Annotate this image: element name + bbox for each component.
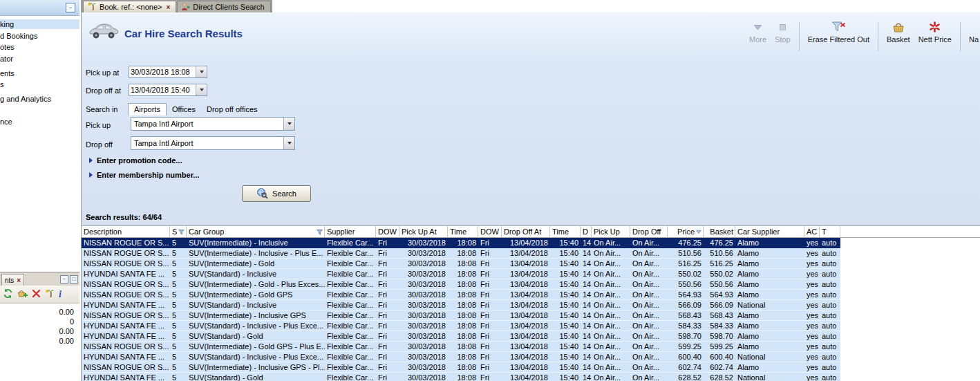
result-row[interactable]: HYUNDAI SANTA FE ...5SUV(Standard) - Inc… bbox=[82, 321, 840, 331]
sidebar-item[interactable]: d Bookings bbox=[0, 31, 79, 41]
cell-pick_up: On Air... bbox=[592, 342, 630, 351]
result-row[interactable]: HYUNDAI SANTA FE ...5SUV(Standard) - Gol… bbox=[82, 373, 840, 381]
info-icon[interactable]: i bbox=[59, 290, 62, 299]
cell-pick_up_time: 18:08 bbox=[448, 373, 478, 381]
sidebar-item[interactable]: g and Analytics bbox=[0, 94, 79, 104]
pickup-label: Pick up bbox=[86, 120, 111, 130]
cell-seats: 5 bbox=[170, 259, 187, 268]
bottom-panel-tab[interactable]: nts × bbox=[1, 274, 24, 286]
column-header-pick_up_time[interactable]: Time bbox=[448, 226, 478, 238]
chevron-down-icon[interactable] bbox=[196, 84, 207, 95]
search-button[interactable]: Search bbox=[242, 185, 311, 202]
column-header-seats[interactable]: S bbox=[170, 226, 187, 238]
tab-drop-off-offices[interactable]: Drop off offices bbox=[201, 104, 263, 115]
column-header-dow_pickup[interactable]: DOW bbox=[376, 226, 399, 238]
sidebar-item[interactable]: nce bbox=[0, 117, 79, 127]
bottom-panel-tabstrip: nts × − □ bbox=[0, 272, 79, 286]
column-header-dow_dropoff[interactable]: DOW bbox=[478, 226, 502, 238]
column-header-drop_off_time[interactable]: Time bbox=[550, 226, 581, 238]
column-header-days[interactable]: D bbox=[581, 226, 592, 238]
result-row[interactable]: NISSAN ROGUE OR S...5SUV(Intermediate) -… bbox=[82, 248, 840, 259]
cell-car_supplier: Alamo bbox=[735, 290, 804, 299]
cell-car_group: SUV(Standard) - Inclusive bbox=[187, 269, 325, 279]
column-header-supplier[interactable]: Supplier bbox=[325, 226, 376, 238]
cell-pick_up_at: 30/03/2018 bbox=[399, 290, 448, 299]
result-row[interactable]: NISSAN ROGUE OR S...5SUV(Intermediate) -… bbox=[82, 362, 840, 373]
tab-airports[interactable]: Airports bbox=[128, 103, 167, 115]
sidebar-item[interactable]: otes bbox=[0, 42, 79, 52]
close-icon[interactable]: × bbox=[167, 3, 171, 11]
sidebar-item[interactable]: s bbox=[0, 80, 79, 89]
tab-direct-clients-search[interactable]: Direct Clients Search bbox=[177, 1, 270, 12]
result-row[interactable]: HYUNDAI SANTA FE ...5SUV(Standard) - Inc… bbox=[82, 269, 840, 279]
column-header-car_supplier[interactable]: Car Supplier bbox=[735, 226, 804, 238]
cell-t: auto bbox=[820, 290, 840, 299]
result-row[interactable]: NISSAN ROGUE OR S...5SUV(Intermediate) -… bbox=[82, 238, 840, 248]
toolbar-separator bbox=[960, 22, 961, 51]
chevron-down-icon[interactable] bbox=[283, 118, 294, 130]
cell-drop_off_at: 13/04/2018 bbox=[502, 373, 550, 381]
cell-basket: 598.70 bbox=[704, 331, 735, 341]
cell-car_supplier: Alamo bbox=[735, 279, 804, 289]
column-header-label: DOW bbox=[378, 227, 397, 236]
promotion-code-expander[interactable]: Enter promotion code... bbox=[89, 156, 182, 165]
add-to-basket-icon[interactable] bbox=[17, 288, 28, 300]
column-header-description[interactable]: Description bbox=[82, 226, 170, 238]
column-header-ac[interactable]: AC bbox=[804, 226, 820, 238]
filter-icon[interactable] bbox=[317, 229, 323, 235]
stop-button[interactable]: Stop bbox=[775, 21, 791, 44]
cell-ac: yes bbox=[804, 279, 820, 289]
result-row[interactable]: NISSAN ROGUE OR S...5SUV(Intermediate) -… bbox=[82, 310, 840, 321]
sort-icon[interactable] bbox=[696, 230, 701, 234]
cell-pick_up_at: 30/03/2018 bbox=[399, 362, 448, 372]
more-icon bbox=[753, 21, 762, 33]
result-row[interactable]: NISSAN ROGUE OR S...5SUV(Intermediate) -… bbox=[82, 290, 840, 300]
column-header-t[interactable]: T bbox=[820, 226, 840, 238]
pickup-at-input[interactable] bbox=[129, 66, 196, 77]
column-header-price[interactable]: Price bbox=[668, 226, 704, 238]
cell-dow_dropoff: Fri bbox=[478, 331, 502, 341]
result-row[interactable]: NISSAN ROGUE OR S...5SUV(Intermediate) -… bbox=[82, 342, 840, 352]
column-header-car_group[interactable]: Car Group bbox=[187, 226, 325, 238]
collapse-sidebar-button[interactable]: − bbox=[66, 3, 75, 12]
sidebar-item[interactable]: king bbox=[0, 19, 79, 29]
tab-offices[interactable]: Offices bbox=[167, 104, 201, 115]
pickup-combobox[interactable]: Tampa Intl Airport bbox=[131, 117, 295, 131]
result-row[interactable]: NISSAN ROGUE OR S...5SUV(Intermediate) -… bbox=[82, 259, 840, 269]
filter-icon[interactable] bbox=[178, 229, 185, 235]
minimize-icon[interactable]: − bbox=[60, 275, 68, 284]
sidebar-item[interactable]: ator bbox=[0, 54, 79, 64]
column-header-pick_up_at[interactable]: Pick Up At bbox=[399, 226, 448, 238]
result-row[interactable]: HYUNDAI SANTA FE ...5SUV(Standard) - Gol… bbox=[82, 331, 840, 342]
sidebar-item[interactable]: ents bbox=[0, 68, 79, 78]
cell-pick_up_time: 18:08 bbox=[448, 310, 478, 320]
result-row[interactable]: HYUNDAI SANTA FE ...5SUV(Standard) - Inc… bbox=[82, 300, 840, 310]
nett-price-label: Nett Price bbox=[918, 35, 952, 44]
nett-price-button[interactable]: Nett Price bbox=[918, 21, 952, 44]
chevron-down-icon[interactable] bbox=[196, 66, 207, 77]
dropoff-combobox[interactable]: Tampa Intl Airport bbox=[131, 136, 295, 150]
erase-filtered-out-button[interactable]: Erase Filtered Out bbox=[808, 21, 869, 44]
chevron-down-icon[interactable] bbox=[283, 137, 294, 149]
close-icon[interactable]: × bbox=[17, 277, 21, 284]
result-row[interactable]: NISSAN ROGUE OR S...5SUV(Intermediate) -… bbox=[82, 279, 840, 290]
truncated-toolbar-button[interactable]: Na bbox=[969, 21, 979, 44]
cell-pick_up_at: 30/03/2018 bbox=[399, 310, 448, 320]
column-header-pick_up[interactable]: Pick Up bbox=[592, 226, 630, 238]
page-header: Car Hire Search Results More Stop Erase … bbox=[82, 12, 980, 59]
cell-supplier: Flexible Car... bbox=[325, 238, 376, 248]
basket-button[interactable]: Basket bbox=[887, 21, 910, 44]
delete-icon[interactable] bbox=[32, 289, 41, 299]
more-button[interactable]: More bbox=[749, 21, 766, 44]
tab-booking-ref[interactable]: Book. ref.: <none> × bbox=[83, 1, 176, 12]
column-header-basket[interactable]: Basket bbox=[704, 226, 735, 238]
restore-icon[interactable]: □ bbox=[70, 275, 78, 284]
column-header-drop_off_at[interactable]: Drop Off At bbox=[502, 226, 550, 238]
cell-drop_off_at: 13/04/2018 bbox=[502, 342, 550, 351]
membership-number-expander[interactable]: Enter membership number... bbox=[89, 171, 200, 179]
palm-icon[interactable] bbox=[45, 289, 55, 299]
dropoff-at-input[interactable] bbox=[129, 84, 196, 95]
result-row[interactable]: HYUNDAI SANTA FE ...5SUV(Standard) - Inc… bbox=[82, 352, 840, 362]
refresh-icon[interactable] bbox=[3, 288, 13, 300]
column-header-drop_off[interactable]: Drop Off bbox=[630, 226, 668, 238]
